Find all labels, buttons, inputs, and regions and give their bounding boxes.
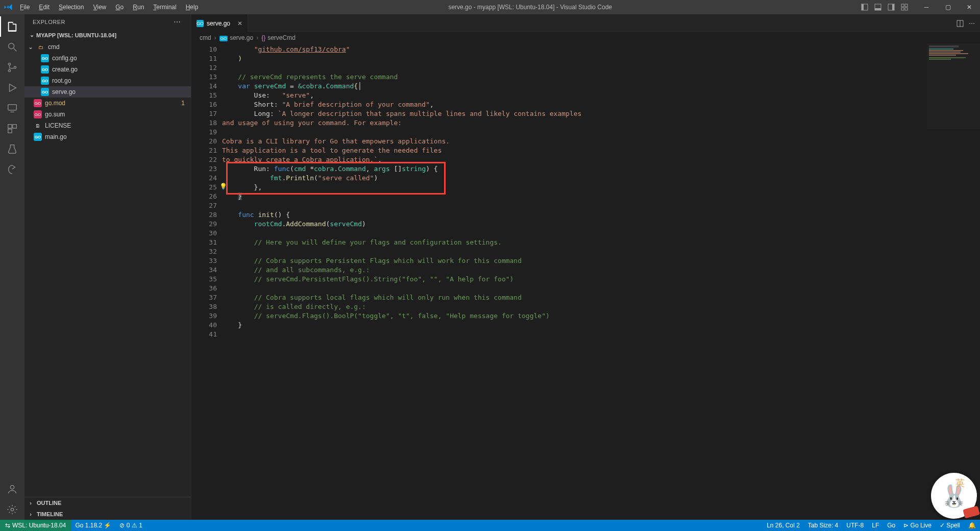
tree-item-go-mod[interactable]: GOgo.mod1 [24,98,191,109]
tree-label: LICENSE [45,122,71,129]
svg-point-20 [10,486,14,489]
explorer-workspace-header[interactable]: ⌄ MYAPP [WSL: UBUNTU-18.04] [24,30,191,40]
status-item[interactable]: 🔔 [964,520,980,531]
menu-bar: FileEditSelectionViewGoRunTerminalHelp [16,2,202,13]
close-tab-icon[interactable]: ✕ [237,20,242,27]
line-number-gutter: 1011121314151617181920212223242526272829… [191,43,222,520]
go-mod-icon: GO [34,110,42,118]
svg-rect-9 [905,8,908,10]
breadcrumb-item[interactable]: {}serveCmd [261,34,296,41]
status-item[interactable]: Go 1.18.2 ⚡ [71,520,115,531]
menu-view[interactable]: View [89,2,110,13]
menu-help[interactable]: Help [182,2,202,13]
svg-rect-3 [875,8,881,10]
split-editor-icon[interactable] [957,20,964,27]
chevron-right-icon: › [28,511,34,517]
tree-item-main-go[interactable]: GOmain.go [24,131,191,142]
assistant-mascot[interactable]: 🐰 [931,473,977,519]
activity-bar [0,14,24,520]
menu-go[interactable]: Go [112,2,127,13]
source-control-activity-icon[interactable] [0,57,24,78]
maximize-button[interactable]: ▢ [937,0,959,14]
tree-item-go-sum[interactable]: GOgo.sum [24,109,191,120]
menu-terminal[interactable]: Terminal [150,2,180,13]
svg-rect-8 [901,8,904,10]
layout-controls [859,0,911,14]
status-item[interactable]: Tab Size: 4 [804,520,842,531]
breadcrumb-item[interactable]: GOserve.go [219,34,253,41]
customize-layout-icon[interactable] [898,0,911,14]
tree-item-cmd[interactable]: ⌄🗀cmd [24,41,191,53]
svg-rect-19 [8,129,12,133]
settings-activity-icon[interactable] [0,499,24,520]
remote-explorer-activity-icon[interactable] [0,98,24,118]
go-mod-icon: GO [34,99,42,107]
tab-label: serve.go [207,20,230,27]
sidebar-bottom-panels: ›OUTLINE›TIMELINE [24,497,191,520]
code-editor[interactable]: 1011121314151617181920212223242526272829… [191,43,980,520]
status-item[interactable]: ⊘ 0 ⚠ 1 [115,520,146,531]
run-debug-activity-icon[interactable] [0,78,24,98]
status-item[interactable]: UTF-8 [842,520,868,531]
breadcrumb-item[interactable]: cmd [200,34,211,41]
tree-label: cmd [48,43,60,51]
status-item[interactable]: LF [868,520,883,531]
panel-outline[interactable]: ›OUTLINE [24,497,191,509]
file-tree: ⌄🗀cmdGOconfig.goGOcreate.goGOroot.goGOse… [24,40,191,497]
svg-line-11 [14,49,17,52]
menu-file[interactable]: File [16,2,33,13]
breadcrumbs[interactable]: cmd›GOserve.go›{}serveCmd [191,32,980,43]
tree-item-LICENSE[interactable]: 🗎LICENSE [24,120,191,131]
minimize-button[interactable]: ─ [916,0,937,14]
explorer-activity-icon[interactable] [0,16,24,37]
testing-activity-icon[interactable] [0,139,24,159]
go-file-icon: GO [41,77,49,85]
accounts-activity-icon[interactable] [0,479,24,499]
toggle-panel-icon[interactable] [872,0,884,14]
status-item[interactable]: ✓ Spell [936,520,964,531]
tree-item-root-go[interactable]: GOroot.go [24,75,191,86]
toggle-primary-sidebar-icon[interactable] [859,0,871,14]
tree-item-config-go[interactable]: GOconfig.go [24,53,191,64]
window-controls: ─ ▢ ✕ [916,0,980,14]
go-activity-icon[interactable] [0,159,24,180]
code-area[interactable]: "github.com/spf13/cobra" ) // serveCmd r… [222,43,980,520]
tree-item-create-go[interactable]: GOcreate.go [24,64,191,75]
svg-point-14 [14,66,16,68]
menu-edit[interactable]: Edit [35,2,53,13]
explorer-sidebar: EXPLORER ⋯ ⌄ MYAPP [WSL: UBUNTU-18.04] ⌄… [24,14,191,520]
menu-selection[interactable]: Selection [55,2,87,13]
svg-point-10 [9,43,14,49]
status-item[interactable]: Go [883,520,899,531]
remote-indicator[interactable]: ⇆ WSL: Ubuntu-18.04 [0,520,71,531]
editor-tabs: GO serve.go ✕ ⋯ [191,14,980,32]
tree-label: go.mod [45,100,65,107]
more-actions-icon[interactable]: ⋯ [969,20,975,27]
tree-label: config.go [52,55,77,62]
menu-run[interactable]: Run [129,2,148,13]
explorer-title: EXPLORER ⋯ [24,14,191,30]
minimap[interactable] [927,43,980,129]
search-activity-icon[interactable] [0,37,24,57]
tab-serve-go[interactable]: GO serve.go ✕ [191,14,248,32]
svg-rect-15 [8,105,17,110]
extensions-activity-icon[interactable] [0,118,24,139]
tree-label: serve.go [52,88,76,95]
explorer-more-icon[interactable]: ⋯ [174,18,183,26]
breadcrumb-separator: › [214,34,216,41]
status-bar: ⇆ WSL: Ubuntu-18.04 Go 1.18.2 ⚡⊘ 0 ⚠ 1 L… [0,520,980,531]
ime-indicator[interactable]: 英 [955,477,965,489]
panel-timeline[interactable]: ›TIMELINE [24,509,191,520]
status-item[interactable]: ⊳ Go Live [899,520,936,531]
file-icon: 🗎 [34,122,42,130]
remote-icon: ⇆ [5,522,10,529]
lightbulb-icon[interactable]: 💡 [219,183,227,190]
svg-point-12 [8,63,10,65]
tree-label: create.go [52,66,78,73]
close-button[interactable]: ✕ [959,0,980,14]
editor-toolbar: ⋯ [957,14,975,32]
svg-rect-6 [901,4,904,7]
tree-item-serve-go[interactable]: GOserve.go [24,86,191,98]
status-item[interactable]: Ln 26, Col 2 [763,520,804,531]
toggle-secondary-sidebar-icon[interactable] [885,0,897,14]
